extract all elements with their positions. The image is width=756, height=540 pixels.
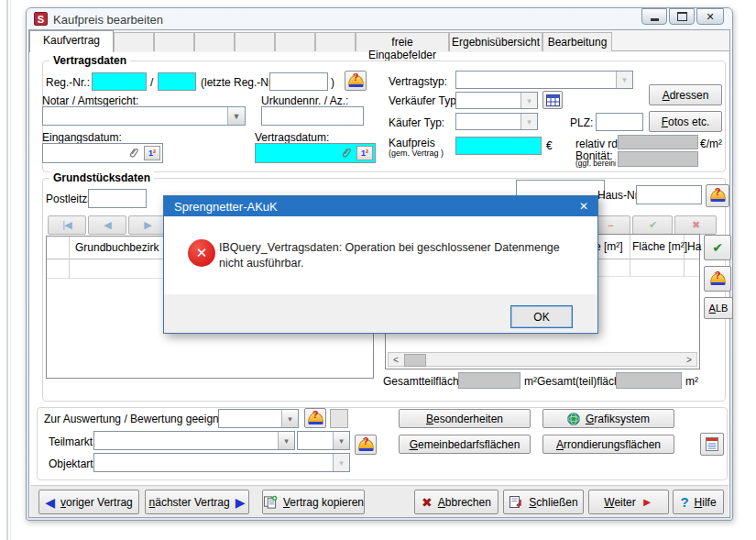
tab-empty[interactable] [275,32,315,51]
verkaeufer-typ-combo[interactable]: ▾ [455,92,538,109]
vertragsdatum-field[interactable]: 1² [255,143,376,163]
kaeufer-typ-combo[interactable]: ▾ [455,113,538,130]
bonitaet-value-box [618,151,698,167]
teilmarkt-help-button[interactable]: ? [355,435,377,455]
alb-button[interactable]: ALB [704,297,733,319]
hausnr-help-button[interactable]: ? [706,184,729,207]
adressen-button[interactable]: Adressen [649,84,722,105]
reg-nr-help-button[interactable]: ? [345,71,367,91]
horizontal-scrollbar[interactable]: < > [388,352,697,367]
help-book-icon: ? [348,74,364,88]
window-title: Kaufpreis bearbeiten [53,13,163,27]
gesamtteilflaeche-unit: m² [524,375,537,388]
gesamt-teil-flaeche-unit: m² [685,375,698,388]
tab-empty[interactable] [194,32,235,51]
geeignet-flag-box[interactable] [330,409,348,428]
scrollbar-thumb[interactable] [404,354,426,367]
chevron-down-icon[interactable]: ▾ [278,432,294,449]
letzte-reg-close: ) [331,76,334,89]
chevron-down-icon[interactable]: ▾ [616,72,632,88]
hilfe-button[interactable]: ? Hilfe [673,490,724,514]
chevron-down-icon[interactable]: ▾ [520,93,537,108]
chevron-down-icon[interactable]: ▾ [333,432,349,449]
plz-field[interactable] [596,113,643,131]
tab-empty[interactable] [315,32,356,51]
chevron-down-icon[interactable]: ▼ [227,107,245,125]
ok-button[interactable]: OK [510,305,573,328]
arrondierungsflaechen-button[interactable]: Arrondierungsflächen [542,435,674,454]
nav-cancel-button[interactable]: ✖ [674,215,717,235]
weiter-button[interactable]: Weiter ► [588,490,669,514]
help-question-icon: ? [680,494,688,510]
tab-empty[interactable] [154,32,194,51]
notes-button[interactable] [700,433,724,456]
error-message: IBQuery_Vertragsdaten: Operation bei ges… [219,240,571,271]
tab-ergebnisuebersicht[interactable]: Ergebnisübersicht [449,32,542,51]
reg-nr-year-field[interactable] [158,72,196,91]
gesamt-teil-flaeche-box [616,372,682,389]
geeignet-help-button[interactable]: ? [304,408,326,428]
geeignet-combo[interactable]: ▾ [218,409,299,428]
fotos-button[interactable]: Fotos etc. [649,111,722,132]
eingangsdatum-field[interactable]: 1² [42,143,163,163]
scroll-right-button[interactable]: > [682,353,696,366]
flaechen-col-header: e [m²] [595,240,623,253]
postleitzahl-field[interactable] [88,189,147,208]
voriger-vertrag-button[interactable]: ◀ voriger Vertrag [38,490,139,514]
tab-kaufvertrag[interactable]: Kaufvertrag [29,30,114,52]
schliessen-button[interactable]: Schließen [503,490,584,514]
chevron-down-icon[interactable]: ▾ [520,114,537,129]
bonitaet-sub-label: (ggf. bereinigt) [575,159,616,168]
grafiksystem-button[interactable]: Grafiksystem [542,409,674,428]
teilmarkt-code-combo[interactable]: ▾ [297,431,350,450]
table-help-button[interactable]: ? [704,266,731,292]
nav-prev-button[interactable]: ◀ [88,215,126,235]
urkundennr-field[interactable] [261,106,364,126]
edit-confirm-button[interactable]: ✔ [704,235,731,260]
teilmarkt-combo[interactable]: ▾ [93,431,295,450]
relativ-value-box [618,135,698,149]
kaufpreis-sub-label: (gem. Vertrag ) [389,149,444,158]
letzte-reg-field[interactable] [269,72,328,91]
tab-freie-eingabefelder[interactable]: freie Eingabefelder [356,32,449,51]
dialog-close-button[interactable]: ✕ [574,198,594,215]
nav-first-button[interactable]: |◀ [48,215,86,235]
abbrechen-button[interactable]: ✖ Abbrechen [414,490,499,514]
reg-nr-label: Reg.-Nr.: [46,76,90,89]
close-button[interactable]: ✕ [696,8,724,25]
notar-combo[interactable]: ▼ [42,106,246,126]
gemeinbedarfsflaechen-button[interactable]: Gemeinbedarfsflächen [399,435,531,454]
chevron-down-icon[interactable]: ▾ [333,454,349,471]
maximize-button[interactable] [669,8,695,25]
reg-nr-field[interactable] [92,72,147,91]
hausnr-field[interactable] [636,185,702,204]
save-close-icon [509,495,523,510]
tab-bearbeitung[interactable]: Bearbeitung [542,32,612,51]
objektart-combo[interactable]: ▾ [93,453,350,472]
nav-next-button[interactable]: ▶ [128,215,167,235]
kaufpreis-field[interactable] [455,137,542,155]
tab-empty[interactable] [114,32,154,51]
vertragstyp-label: Vertragstyp: [389,75,447,88]
verkaeufer-table-button[interactable] [542,91,563,109]
besonderheiten-button[interactable]: Besonderheiten [399,409,531,428]
notepad-icon [705,436,719,452]
paperclip-icon[interactable] [337,145,354,162]
date-sort-icon[interactable]: 1² [356,146,373,160]
verkaeufer-typ-label: Verkäufer Typ: [389,94,459,107]
plz-label: PLZ: [570,116,593,129]
scroll-left-button[interactable]: < [389,353,403,366]
chevron-down-icon[interactable]: ▾ [281,410,298,427]
tab-empty[interactable] [235,32,275,51]
vertragstyp-combo[interactable]: ▾ [455,71,633,89]
vertrag-kopieren-button[interactable]: Vertrag kopieren [262,490,365,514]
vertragsdatum-label: Vertragsdatum: [255,131,329,144]
error-dialog-titlebar: Sprengnetter-AKuK [164,196,597,216]
maximize-icon [677,12,687,21]
help-book-icon: ? [710,189,726,203]
minimize-button[interactable] [641,8,667,25]
date-sort-icon[interactable]: 1² [144,146,160,160]
nav-post-button[interactable]: ✔ [632,215,673,235]
naechster-vertrag-button[interactable]: nächster Vertrag ▶ [145,490,249,514]
paperclip-icon[interactable] [125,145,141,162]
